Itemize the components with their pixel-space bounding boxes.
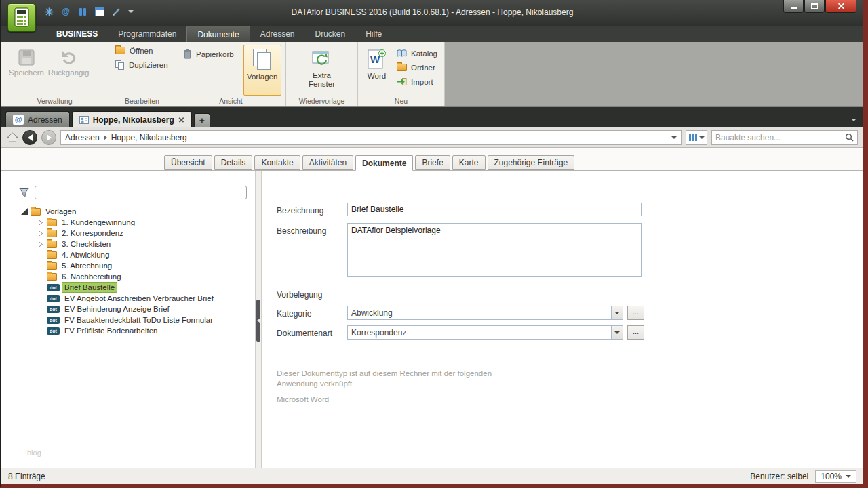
tab-dokumente[interactable]: Dokumente bbox=[186, 26, 250, 42]
breadcrumb-item-adressen[interactable]: Adressen bbox=[65, 133, 100, 142]
open-button[interactable]: Öffnen bbox=[113, 43, 172, 58]
dot-file-icon: dot bbox=[47, 327, 60, 335]
dokumentenart-browse-button[interactable]: ... bbox=[627, 325, 644, 340]
tree-item[interactable]: dot FV Bauaktendeckblatt ToDo Liste Form… bbox=[1, 314, 255, 325]
linked-app-name: Microsoft Word bbox=[277, 395, 329, 403]
beschreibung-field[interactable]: DATAflor Beispielvorlage bbox=[347, 223, 642, 277]
back-icon bbox=[28, 134, 33, 141]
navigation-bar: Adressen Hoppe, Nikolausberg bbox=[1, 127, 863, 148]
bezeichnung-field[interactable] bbox=[347, 203, 642, 216]
kategorie-browse-button[interactable]: ... bbox=[627, 306, 644, 320]
dokumentenart-dropdown[interactable]: Korrespondenz bbox=[347, 325, 623, 340]
home-icon[interactable] bbox=[7, 132, 18, 142]
kategorie-dropdown[interactable]: Abwicklung bbox=[347, 306, 623, 320]
tree-item[interactable]: Vorlagen bbox=[1, 206, 255, 217]
window-title: DATAflor BUSINESS 2016 (Build 16.0.68.1)… bbox=[1, 7, 863, 17]
panel-splitter[interactable] bbox=[255, 171, 262, 468]
expander-placeholder bbox=[37, 306, 44, 313]
splitter-collapse-handle[interactable] bbox=[256, 300, 260, 342]
save-button[interactable]: Speichern bbox=[5, 45, 47, 96]
tab-hilfe[interactable]: Hilfe bbox=[355, 26, 392, 42]
catalog-button[interactable]: Katalog bbox=[394, 46, 440, 60]
tab-zugehoerige-eintraege[interactable]: Zugehörige Einträge bbox=[488, 155, 575, 170]
close-tab-icon[interactable] bbox=[178, 117, 184, 123]
tree-item-selected[interactable]: dot Brief Baustelle bbox=[1, 282, 255, 293]
search-icon[interactable] bbox=[845, 133, 854, 142]
view-selector-button[interactable] bbox=[686, 130, 707, 145]
tree-item[interactable]: 3. Checklisten bbox=[1, 239, 255, 249]
expander-collapsed-icon[interactable] bbox=[37, 230, 44, 237]
tree-item[interactable]: dot EV Behinderung Anzeige Brief bbox=[1, 304, 255, 314]
close-button[interactable] bbox=[825, 0, 856, 13]
tab-karte[interactable]: Karte bbox=[452, 155, 486, 170]
tree-item[interactable]: 2. Korrespondenz bbox=[1, 228, 255, 239]
tab-overflow-icon[interactable] bbox=[851, 119, 856, 121]
new-tab-button[interactable]: + bbox=[194, 113, 210, 127]
ribbon-group-bearbeiten: Öffnen Duplizieren Bearbeiten bbox=[108, 42, 176, 106]
folder-icon bbox=[397, 64, 407, 71]
trash-button[interactable]: Papierkorb bbox=[180, 47, 237, 61]
import-button[interactable]: Import bbox=[394, 75, 440, 89]
breadcrumb-item-hoppe[interactable]: Hoppe, Nikolausberg bbox=[111, 133, 187, 142]
templates-button[interactable]: Vorlagen bbox=[243, 45, 281, 96]
tab-details[interactable]: Details bbox=[214, 155, 253, 170]
dropdown-button[interactable] bbox=[611, 326, 623, 339]
tree-item-label: 6. Nachbereitung bbox=[60, 272, 123, 281]
app-menu-button[interactable] bbox=[7, 3, 36, 32]
undo-button[interactable]: Rückgängig bbox=[47, 45, 90, 96]
catalog-icon bbox=[397, 49, 407, 58]
collapse-left-icon bbox=[257, 319, 260, 323]
ribbon: Speichern Rückgängig Verwaltung Öffnen D… bbox=[1, 42, 863, 107]
title-bar: @ DATAflor BUSINESS 2016 (Build 16.0.68.… bbox=[1, 0, 863, 26]
extra-window-button[interactable]: Extra Fenster bbox=[300, 45, 344, 96]
expander-placeholder bbox=[37, 327, 44, 335]
expander-expanded-icon[interactable] bbox=[20, 208, 28, 216]
tab-aktivitaeten[interactable]: Aktivitäten bbox=[302, 155, 353, 170]
duplicate-icon bbox=[115, 60, 125, 70]
doc-tab-adressen[interactable]: @ Adressen bbox=[5, 111, 70, 127]
template-tree: Vorlagen 1. Kundengewinnung 2. Korrespon… bbox=[1, 206, 255, 468]
duplicate-button[interactable]: Duplizieren bbox=[113, 58, 172, 72]
forward-button[interactable] bbox=[41, 130, 56, 145]
folder-icon bbox=[47, 262, 57, 270]
tab-programmdaten[interactable]: Programmdaten bbox=[108, 26, 186, 42]
tree-item[interactable]: dot EV Angebot Anschreiben Verbraucher B… bbox=[1, 293, 255, 304]
minimize-button[interactable] bbox=[783, 0, 804, 13]
filter-icon[interactable] bbox=[19, 188, 29, 197]
tree-item[interactable]: 5. Abrechnung bbox=[1, 260, 255, 271]
expander-placeholder bbox=[37, 295, 44, 302]
tab-adressen[interactable]: Adressen bbox=[250, 26, 305, 42]
expander-collapsed-icon[interactable] bbox=[37, 241, 44, 248]
dot-file-icon: dot bbox=[47, 284, 60, 291]
tab-kontakte[interactable]: Kontakte bbox=[254, 155, 300, 170]
doc-tab-hoppe[interactable]: Hoppe, Nikolausberg bbox=[72, 111, 192, 127]
maximize-button[interactable] bbox=[804, 0, 825, 13]
word-button[interactable]: W Word bbox=[362, 45, 391, 96]
tree-filter-input[interactable] bbox=[35, 186, 247, 199]
tree-item[interactable]: 4. Abwicklung bbox=[1, 249, 255, 260]
at-icon: @ bbox=[13, 115, 24, 125]
tab-dokumente-detail[interactable]: Dokumente bbox=[355, 155, 413, 171]
tree-item[interactable]: 1. Kundengewinnung bbox=[1, 217, 255, 228]
back-button[interactable] bbox=[22, 130, 37, 145]
zoom-select[interactable]: 100% bbox=[815, 470, 856, 483]
breadcrumb-dropdown-icon[interactable] bbox=[671, 136, 677, 139]
label-bezeichnung: Bezeichnung bbox=[277, 206, 323, 216]
entry-count: 8 Einträge bbox=[8, 472, 45, 481]
tree-item[interactable]: 6. Nachbereitung bbox=[1, 271, 255, 282]
folder-icon bbox=[47, 273, 57, 281]
tab-business[interactable]: BUSINESS bbox=[46, 26, 108, 42]
folder-new-button[interactable]: Ordner bbox=[394, 60, 440, 75]
word-icon: W bbox=[368, 49, 386, 70]
breadcrumb-separator-icon bbox=[104, 135, 107, 140]
tab-uebersicht[interactable]: Übersicht bbox=[164, 155, 212, 170]
search-input[interactable] bbox=[715, 133, 842, 142]
chevron-down-icon bbox=[699, 136, 705, 139]
ribbon-group-wiedervorlage: Extra Fenster Wiedervorlage bbox=[286, 42, 358, 106]
expander-collapsed-icon[interactable] bbox=[37, 219, 44, 226]
tab-briefe[interactable]: Briefe bbox=[415, 155, 450, 170]
tab-drucken[interactable]: Drucken bbox=[304, 26, 355, 42]
dropdown-button[interactable] bbox=[611, 306, 623, 319]
tree-item[interactable]: dot FV Prüfliste Bodenarbeiten bbox=[1, 325, 255, 336]
group-label-ansicht: Ansicht bbox=[176, 97, 285, 105]
